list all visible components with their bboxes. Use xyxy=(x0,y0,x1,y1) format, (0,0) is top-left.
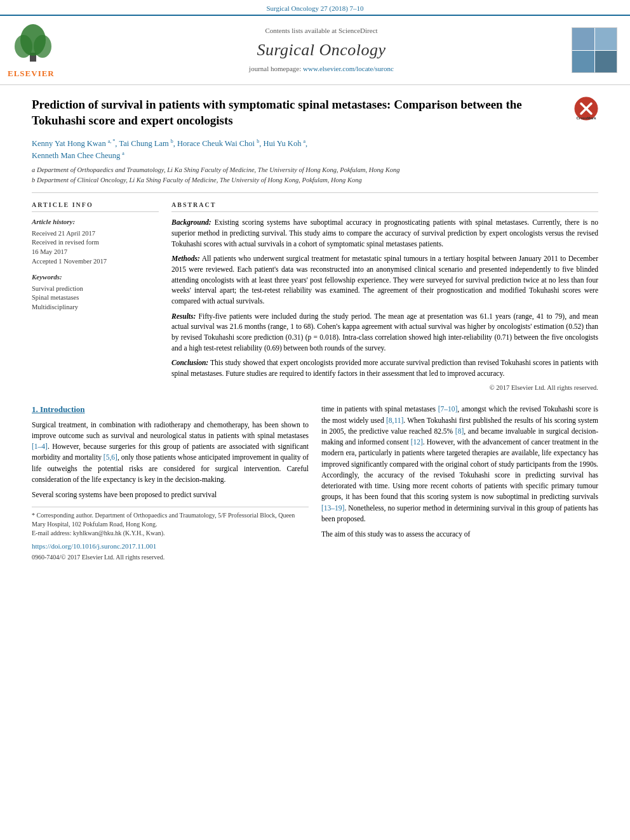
journal-title: Surgical Oncology xyxy=(71,39,572,62)
ref-7-10[interactable]: [7–10] xyxy=(438,405,458,413)
body-columns: 1. Introduction Surgical treatment, in c… xyxy=(32,404,598,561)
keyword-2: Spinal metastases xyxy=(32,293,159,303)
authors-text: Kenny Yat Hong Kwan a, *, Tai Chung Lam … xyxy=(32,139,307,148)
history-accepted: Accepted 1 November 2017 xyxy=(32,257,159,267)
email-address: E-mail address: kyhlkwan@hku.hk (K.Y.H.,… xyxy=(32,529,309,538)
thumb-cell-4 xyxy=(595,51,617,73)
doi-anchor[interactable]: https://doi.org/10.1016/j.suronc.2017.11… xyxy=(32,542,156,550)
elsevier-brand: ELSEVIER xyxy=(8,68,71,79)
corresponding-author: * Corresponding author. Department of Or… xyxy=(32,511,309,529)
issn: 0960-7404/© 2017 Elsevier Ltd. All right… xyxy=(32,553,309,562)
results-label: Results: xyxy=(171,312,196,320)
background-text: Existing scoring systems have suboptimal… xyxy=(171,218,598,247)
homepage-link[interactable]: www.elsevier.com/locate/suronc xyxy=(303,65,394,72)
methods-text: All patients who underwent surgical trea… xyxy=(171,255,598,305)
history-received: Received 21 April 2017 xyxy=(32,229,159,239)
article-info-label: Article Info xyxy=(32,201,159,212)
sciencedirect-link: Contents lists available at ScienceDirec… xyxy=(71,26,572,36)
top-bar: Surgical Oncology 27 (2018) 7–10 xyxy=(0,0,630,15)
ref-5-6[interactable]: [5,6] xyxy=(104,453,117,461)
body-right-col: time in patients with spinal metastases … xyxy=(321,404,598,561)
journal-header-center: Contents lists available at ScienceDirec… xyxy=(71,26,572,74)
methods-label: Methods: xyxy=(171,255,200,262)
ref-13-19[interactable]: [13–19] xyxy=(321,504,344,512)
journal-citation: Surgical Oncology 27 (2018) 7–10 xyxy=(266,4,363,12)
thumb-cell-1 xyxy=(572,28,594,50)
intro-para-right-2: The aim of this study was to assess the … xyxy=(321,529,598,540)
thumb-cell-2 xyxy=(595,28,617,50)
content-area: Prediction of survival in patients with … xyxy=(0,85,630,562)
elsevier-logo-area: ELSEVIER xyxy=(8,21,71,79)
journal-homepage: journal homepage: www.elsevier.com/locat… xyxy=(71,64,572,74)
elsevier-tree-icon xyxy=(8,21,58,64)
authors-text-2: Kenneth Man Chee Cheung a xyxy=(32,151,124,160)
ref-1-4[interactable]: [1–4] xyxy=(32,443,48,450)
abstract-col: Abstract Background: Existing scoring sy… xyxy=(171,201,598,392)
abstract-results: Results: Fifty-five patients were includ… xyxy=(171,311,598,354)
keywords-section: Keywords: Survival prediction Spinal met… xyxy=(32,272,159,312)
conclusion-label: Conclusion: xyxy=(171,359,208,366)
background-label: Background: xyxy=(171,218,211,226)
svg-text:CrossMark: CrossMark xyxy=(576,116,596,120)
abstract-conclusion: Conclusion: This study showed that exper… xyxy=(171,357,598,378)
affil-1: a Department of Orthopaedics and Traumat… xyxy=(32,166,598,175)
article-info-col: Article Info Article history: Received 2… xyxy=(32,201,159,392)
journal-thumbnail-area xyxy=(572,27,622,73)
article-title-block: Prediction of survival in patients with … xyxy=(32,97,598,129)
abstract-methods: Methods: All patients who underwent surg… xyxy=(171,253,598,306)
intro-para-right-1: time in patients with spinal metastases … xyxy=(321,404,598,524)
intro-heading: 1. Introduction xyxy=(32,404,309,415)
article-history: Article history: Received 21 April 2017 … xyxy=(32,217,159,266)
thumb-cell-3 xyxy=(572,51,594,73)
abstract-label: Abstract xyxy=(171,201,598,212)
affiliations: a Department of Orthopaedics and Traumat… xyxy=(32,166,598,185)
doi-link[interactable]: https://doi.org/10.1016/j.suronc.2017.11… xyxy=(32,542,309,551)
history-label: Article history: xyxy=(32,217,159,227)
footnote-area: * Corresponding author. Department of Or… xyxy=(32,507,309,538)
copyright: © 2017 Elsevier Ltd. All rights reserved… xyxy=(171,383,598,393)
conclusion-text: This study showed that expert oncologist… xyxy=(171,359,598,377)
history-revised-label: Received in revised form xyxy=(32,238,159,248)
journal-thumbnail xyxy=(572,27,617,73)
body-section: 1. Introduction Surgical treatment, in c… xyxy=(32,404,598,561)
divider-1 xyxy=(32,192,598,193)
crossmark-icon: CrossMark xyxy=(574,97,598,121)
keyword-3: Multidisciplinary xyxy=(32,303,159,312)
article-title-text: Prediction of survival in patients with … xyxy=(32,97,574,129)
intro-para-2: Several scoring systems have been propos… xyxy=(32,490,309,500)
svg-point-2 xyxy=(15,35,32,58)
crossmark-badge[interactable]: CrossMark xyxy=(574,97,598,125)
intro-para-1: Surgical treatment, in combination with … xyxy=(32,420,309,486)
journal-header: ELSEVIER Contents lists available at Sci… xyxy=(0,15,630,84)
info-abstract-columns: Article Info Article history: Received 2… xyxy=(32,201,598,392)
abstract-background: Background: Existing scoring systems hav… xyxy=(171,217,598,249)
body-left-col: 1. Introduction Surgical treatment, in c… xyxy=(32,404,309,561)
results-text: Fifty-five patients were included during… xyxy=(171,312,598,352)
history-revised-date: 16 May 2017 xyxy=(32,248,159,257)
svg-point-3 xyxy=(34,35,51,58)
ref-12[interactable]: [12] xyxy=(411,438,423,446)
affil-2: b Department of Clinical Oncology, Li Ka… xyxy=(32,176,598,185)
keywords-label: Keywords: xyxy=(32,272,159,282)
keyword-1: Survival prediction xyxy=(32,284,159,294)
ref-8-11[interactable]: [8,11] xyxy=(386,417,403,424)
authors: Kenny Yat Hong Kwan a, *, Tai Chung Lam … xyxy=(32,138,598,162)
ref-8[interactable]: [8] xyxy=(455,427,464,435)
